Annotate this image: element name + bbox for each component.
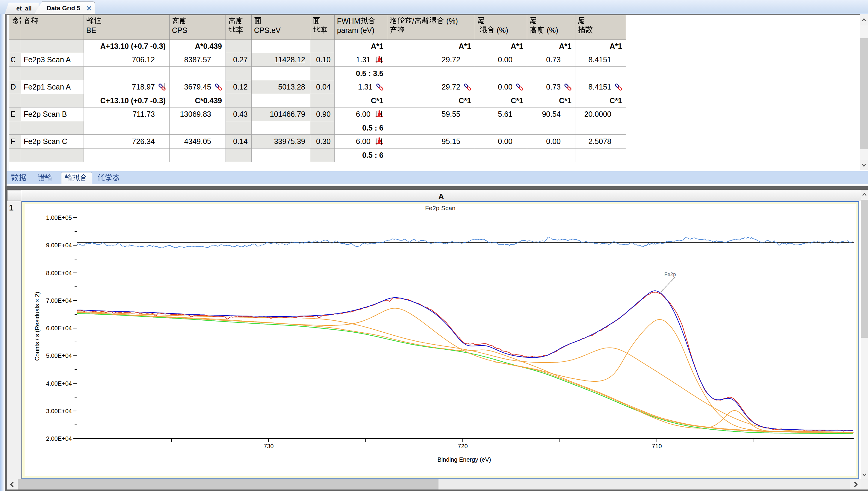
svg-text:3.00E+04: 3.00E+04 — [46, 408, 72, 414]
svg-text:5.00E+04: 5.00E+04 — [46, 352, 72, 359]
svg-text:9.00E+04: 9.00E+04 — [46, 242, 72, 249]
svg-text:Counts / s (Residuals × 2): Counts / s (Residuals × 2) — [34, 292, 40, 361]
svg-text:730: 730 — [263, 443, 274, 450]
svg-text:6.00E+04: 6.00E+04 — [46, 325, 72, 331]
svg-text:1.00E+05: 1.00E+05 — [46, 214, 72, 221]
svg-text:Fe2p: Fe2p — [664, 271, 676, 277]
svg-text:Fe2p Scan: Fe2p Scan — [425, 204, 455, 211]
svg-text:8.00E+04: 8.00E+04 — [46, 270, 72, 276]
svg-text:Binding Energy (eV): Binding Energy (eV) — [438, 456, 491, 463]
svg-text:710: 710 — [652, 443, 662, 450]
svg-text:7.00E+04: 7.00E+04 — [46, 297, 72, 304]
svg-text:720: 720 — [458, 443, 468, 450]
svg-text:2.00E+04: 2.00E+04 — [46, 435, 72, 442]
svg-text:4.00E+04: 4.00E+04 — [46, 380, 72, 387]
